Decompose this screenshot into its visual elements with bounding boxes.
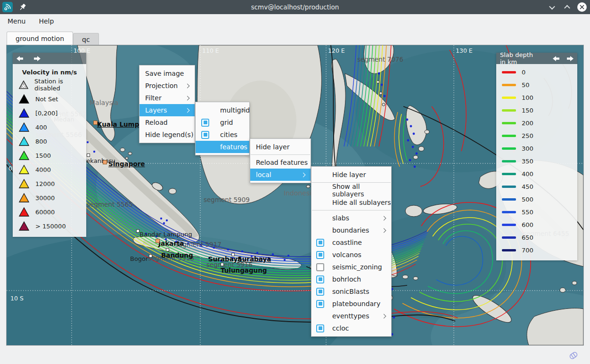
menubar-item[interactable]: Help — [33, 16, 59, 27]
menu-item[interactable]: boundaries — [311, 224, 391, 236]
menu-item[interactable]: features — [196, 141, 249, 153]
close-button[interactable] — [577, 2, 587, 12]
chevron-down-icon — [549, 3, 555, 9]
checkbox[interactable] — [201, 119, 209, 127]
menu-item[interactable]: Show all sublayers — [311, 184, 391, 196]
menu-item[interactable]: Reload — [139, 116, 195, 129]
menu-item[interactable]: local — [250, 169, 311, 181]
slab-legend-item: 50 — [496, 79, 577, 91]
window-title: scmv@localhost/production — [0, 3, 590, 11]
checkbox[interactable] — [316, 275, 324, 283]
legend-next-button[interactable] — [566, 56, 574, 61]
menu-item[interactable]: cities — [196, 129, 249, 141]
menu-item[interactable]: Hide all sublayers — [311, 196, 391, 209]
submenu-arrow-icon — [301, 173, 306, 178]
checkbox[interactable] — [316, 263, 324, 271]
menu-item[interactable]: sonicBlasts — [311, 285, 391, 298]
map-widget[interactable]: 100 E110 E120 E130 E 010 S MalaysiaIndon… — [6, 45, 584, 346]
station-triangle-icon — [18, 122, 30, 132]
menu-row: Hide layer — [250, 141, 311, 153]
station-triangle-icon — [18, 164, 30, 175]
legend-prev-button[interactable] — [16, 56, 24, 61]
checkbox[interactable] — [201, 131, 209, 139]
station-triangle-icon — [18, 193, 30, 203]
menu-item[interactable]: multigrid — [196, 104, 249, 116]
menu-separator — [312, 210, 391, 210]
depth-color-swatch — [502, 147, 516, 150]
submenu-arrow-icon — [185, 84, 190, 89]
menu-row: seismic_zoning — [311, 261, 391, 273]
station-triangle-icon — [18, 207, 30, 217]
depth-color-swatch — [502, 249, 516, 251]
features-submenu: Hide layer Reload features — [250, 138, 311, 183]
menu-row: Show all sublayers — [311, 184, 391, 196]
legend-prev-button[interactable] — [553, 56, 560, 61]
checkbox[interactable] — [316, 288, 324, 296]
slab-legend-item: 0 — [496, 66, 577, 79]
slab-legend-item: 400 — [496, 168, 577, 180]
velocity-legend-item: 60000 — [13, 205, 86, 219]
titlebar[interactable]: scmv@localhost/production — [0, 0, 590, 14]
velocity-legend-item: 400 — [13, 120, 86, 134]
menu-row: slabs — [311, 212, 391, 224]
minimize-button[interactable] — [547, 2, 557, 12]
menubar: MenuHelp — [0, 14, 590, 28]
depth-color-swatch — [502, 173, 516, 175]
menu-item[interactable]: Projection — [139, 80, 195, 92]
velocity-legend-header — [13, 53, 86, 64]
depth-color-swatch — [502, 71, 516, 73]
menu-item[interactable]: Hide layer — [311, 169, 391, 181]
maximize-button[interactable] — [562, 2, 572, 12]
menu-item[interactable]: ccloc — [311, 322, 391, 334]
menu-item[interactable]: eventtypes — [311, 310, 391, 322]
velocity-legend-item: 800 — [13, 134, 86, 148]
depth-color-swatch — [502, 160, 516, 162]
tab[interactable]: ground motion — [7, 32, 73, 45]
slab-legend-item: 300 — [496, 142, 577, 155]
station-triangle-icon — [18, 178, 30, 189]
checkbox[interactable] — [316, 239, 324, 247]
menu-item[interactable]: Filter — [139, 92, 195, 104]
station-triangle-icon — [18, 136, 30, 146]
depth-color-swatch — [502, 186, 516, 188]
arrow-right-icon — [33, 56, 41, 61]
menubar-item[interactable]: Menu — [2, 16, 31, 27]
menu-row: local — [250, 169, 311, 181]
chevron-up-icon — [564, 5, 570, 11]
menu-item[interactable]: Layers — [139, 104, 195, 116]
slab-legend-item: 500 — [496, 193, 577, 206]
app-window: scmv@localhost/production MenuHelp groun… — [0, 0, 590, 364]
submenu-arrow-icon — [185, 108, 190, 113]
menu-item[interactable]: Hide legend(s) — [139, 129, 195, 141]
menu-item[interactable]: Reload features — [250, 156, 311, 169]
menu-row: plateboundary — [311, 298, 391, 310]
menu-item[interactable]: grid — [196, 116, 249, 129]
menu-row: eventtypes — [311, 310, 391, 322]
velocity-legend-item: [0,200] — [13, 106, 86, 120]
velocity-legend-item: 12000 — [13, 177, 86, 191]
velocity-legend: Velocity in nm/s Station is disabled — [13, 53, 86, 237]
menu-row: bohrloch — [311, 273, 391, 285]
app-icon — [2, 2, 13, 12]
menu-item[interactable]: seismic_zoning — [311, 261, 391, 273]
menu-item[interactable]: volcanos — [311, 249, 391, 261]
checkbox[interactable] — [316, 251, 324, 259]
seismometer-icon — [567, 350, 580, 361]
menu-item[interactable]: bohrloch — [311, 273, 391, 285]
arrow-left-icon — [16, 56, 24, 61]
checkbox[interactable] — [316, 300, 324, 308]
pin-icon[interactable] — [18, 3, 27, 11]
map-context-menu: Save image Projection Filter Layers Relo… — [139, 65, 195, 143]
legend-next-button[interactable] — [33, 56, 41, 61]
menu-item[interactable]: slabs — [311, 212, 391, 224]
submenu-arrow-icon — [240, 145, 245, 150]
tab[interactable]: qc — [73, 33, 99, 45]
menu-row: coastline — [311, 236, 391, 249]
checkbox[interactable] — [316, 324, 324, 332]
menu-item[interactable]: Hide layer — [250, 141, 311, 153]
menu-item[interactable]: plateboundary — [311, 298, 391, 310]
menu-item[interactable]: coastline — [311, 236, 391, 249]
menu-item[interactable]: Save image — [139, 67, 195, 80]
menu-row: ccloc — [311, 322, 391, 334]
menu-row — [311, 182, 391, 183]
